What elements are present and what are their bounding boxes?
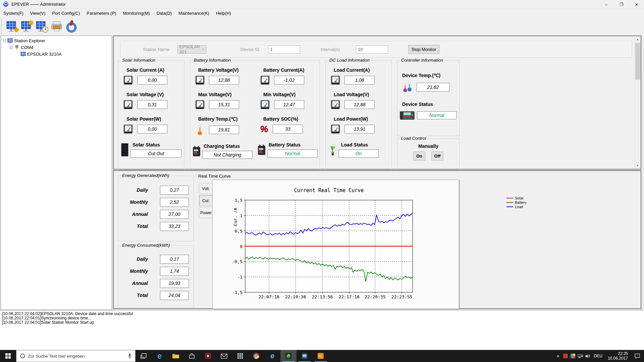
panel-title: Energy Consumed(kWh) bbox=[121, 243, 171, 248]
menu-monitoring[interactable]: Monitoring(M) bbox=[119, 9, 153, 17]
station-name-value: EPSOLAR 321 bbox=[179, 44, 202, 54]
menu-maintenance[interactable]: Maintenance(K) bbox=[175, 9, 213, 17]
vertical-scrollbar[interactable]: ▲ ▼ bbox=[635, 37, 640, 169]
action-center-icon bbox=[635, 354, 640, 359]
metric-value: 1,08 bbox=[344, 76, 375, 84]
svg-text:0: 0 bbox=[240, 244, 243, 249]
metric-label: Load Power(W) bbox=[334, 116, 391, 122]
taskbar-search-input[interactable]: Zur Suche Text hier eingeben bbox=[16, 350, 136, 362]
taskbar-app-grid[interactable] bbox=[232, 350, 248, 362]
chart-legend: SolarBatteryLoad bbox=[506, 196, 527, 209]
maximize-button[interactable]: ❐ bbox=[614, 0, 629, 9]
metric-label: Battery Voltage(V) bbox=[198, 67, 255, 73]
battery-temp-metric: Battery Temp.(℃) 19,81 bbox=[190, 116, 255, 135]
photos-icon[interactable] bbox=[569, 350, 577, 362]
legend-item: Solar bbox=[506, 196, 527, 200]
metric-value: 0,31 bbox=[137, 100, 167, 109]
epever-logo-icon bbox=[3, 1, 9, 7]
gauge-icon bbox=[195, 75, 205, 85]
taskbar-app-internet-explorer[interactable]: e bbox=[264, 350, 280, 362]
tree-item-com4[interactable]: − COM4 bbox=[1, 44, 112, 51]
exit-button[interactable] bbox=[64, 19, 79, 34]
search-icon bbox=[20, 354, 25, 358]
log-output: [10.06.2017 22:04:02]EPSOLAR 3210A: Devi… bbox=[0, 310, 644, 350]
solar-monitor-icon bbox=[285, 353, 292, 359]
window-controls: – ❐ ✕ bbox=[599, 0, 644, 9]
taskbar-app-file-explorer[interactable] bbox=[168, 350, 184, 362]
legend-item: Load bbox=[506, 204, 527, 209]
load-off-button[interactable]: Off bbox=[431, 152, 443, 161]
taskbar-clock[interactable]: 22:25 10.06.2017 bbox=[605, 351, 631, 361]
collapse-icon[interactable]: − bbox=[3, 39, 6, 42]
network-icon[interactable] bbox=[577, 350, 584, 362]
panel-title: Load Control bbox=[400, 136, 427, 141]
solar-current-metric: Solar Current (A) 0,00 bbox=[118, 67, 184, 85]
taskbar-app-media[interactable] bbox=[200, 350, 216, 362]
station-name-select[interactable]: EPSOLAR 321 ∨ bbox=[177, 45, 206, 54]
taskbar-app-mail[interactable] bbox=[216, 350, 232, 362]
media-player-icon bbox=[205, 353, 211, 359]
legend-label: Solar bbox=[515, 196, 524, 200]
menu-view[interactable]: View(V) bbox=[27, 9, 49, 17]
microphone-icon[interactable] bbox=[128, 353, 132, 359]
tab-cur[interactable]: Cur. bbox=[199, 195, 213, 206]
monitor-panel: Station Name EPSOLAR 321 ∨ Device ID Int… bbox=[113, 36, 641, 170]
task-view-icon bbox=[141, 353, 147, 359]
chevron-up-icon[interactable]: ∧ bbox=[554, 350, 562, 362]
station-sun-config-icon bbox=[20, 20, 34, 33]
taskbar-app-chrome[interactable] bbox=[248, 350, 264, 362]
device-id-input[interactable] bbox=[268, 45, 300, 54]
taskbar-app-edge[interactable]: e bbox=[152, 350, 168, 362]
collapse-icon[interactable]: − bbox=[10, 46, 13, 49]
panel-title: Energy Generated(kWh) bbox=[121, 173, 171, 178]
tab-volt[interactable]: Volt. bbox=[199, 183, 213, 194]
stop-monitor-button[interactable]: Stop Monitor bbox=[408, 45, 439, 54]
tree-label: EPSOLAR 3210A bbox=[27, 52, 62, 57]
load-on-button[interactable]: On bbox=[413, 152, 425, 161]
station-timer-button[interactable] bbox=[35, 19, 49, 34]
language-indicator[interactable]: DEU bbox=[591, 354, 605, 358]
scroll-up-arrow[interactable]: ▲ bbox=[635, 37, 640, 42]
interval-input[interactable] bbox=[356, 45, 388, 54]
scrollbar-thumb[interactable] bbox=[635, 43, 640, 80]
taskbar-app-active-window[interactable] bbox=[297, 350, 313, 362]
metric-value: 19,81 bbox=[209, 125, 239, 134]
menu-parameters[interactable]: Parameters (P) bbox=[83, 9, 119, 17]
chevron-down-icon: ∨ bbox=[202, 48, 204, 51]
menu-port-config[interactable]: Port Config(C) bbox=[49, 9, 83, 17]
menu-data[interactable]: Data(D) bbox=[153, 9, 175, 17]
menu-help[interactable]: Help(H) bbox=[213, 9, 234, 17]
svg-text:Current Real Time Curve: Current Real Time Curve bbox=[294, 187, 364, 193]
taskbar: Zur Suche Text hier eingeben e bbox=[0, 350, 644, 362]
solar-panel-icon bbox=[121, 143, 128, 157]
battery-status-block: Battery Status Normal bbox=[255, 142, 320, 158]
volume-icon[interactable] bbox=[584, 350, 591, 362]
tree-item-station-explorer[interactable]: − Station Explorer bbox=[1, 37, 112, 44]
minimize-button[interactable]: – bbox=[599, 0, 614, 9]
start-button[interactable] bbox=[0, 350, 16, 362]
scroll-down-arrow[interactable]: ▼ bbox=[635, 163, 640, 169]
status-label: Charging Status bbox=[204, 143, 253, 149]
add-station-button[interactable] bbox=[5, 19, 20, 34]
gauge-icon bbox=[123, 124, 133, 134]
tab-power[interactable]: Power bbox=[199, 207, 213, 218]
print-button[interactable] bbox=[49, 19, 64, 34]
svg-text:1,5: 1,5 bbox=[235, 198, 243, 203]
action-center-button[interactable] bbox=[631, 350, 644, 362]
taskbar-app-store[interactable] bbox=[184, 350, 200, 362]
power-exit-icon bbox=[65, 20, 78, 33]
real-time-curve-label: Real Time Curve bbox=[198, 174, 231, 179]
red-app-icon[interactable] bbox=[562, 350, 569, 362]
close-button[interactable]: ✕ bbox=[629, 0, 644, 9]
tree-item-epsolar-3210a[interactable]: EPSOLAR 3210A bbox=[1, 51, 112, 57]
toolbar bbox=[0, 17, 644, 36]
panel-title: Solar Information bbox=[121, 58, 157, 63]
station-config-button[interactable] bbox=[20, 19, 35, 34]
device-id-label: Device ID bbox=[240, 47, 259, 52]
taskbar-app-solar-monitor[interactable] bbox=[280, 350, 297, 362]
taskbar-app-fl-studio[interactable]: FL bbox=[313, 350, 329, 362]
task-view-button[interactable] bbox=[136, 350, 152, 362]
menu-system[interactable]: System(F) bbox=[0, 9, 27, 17]
com-port-icon bbox=[14, 45, 19, 50]
chrome-icon bbox=[253, 353, 260, 359]
